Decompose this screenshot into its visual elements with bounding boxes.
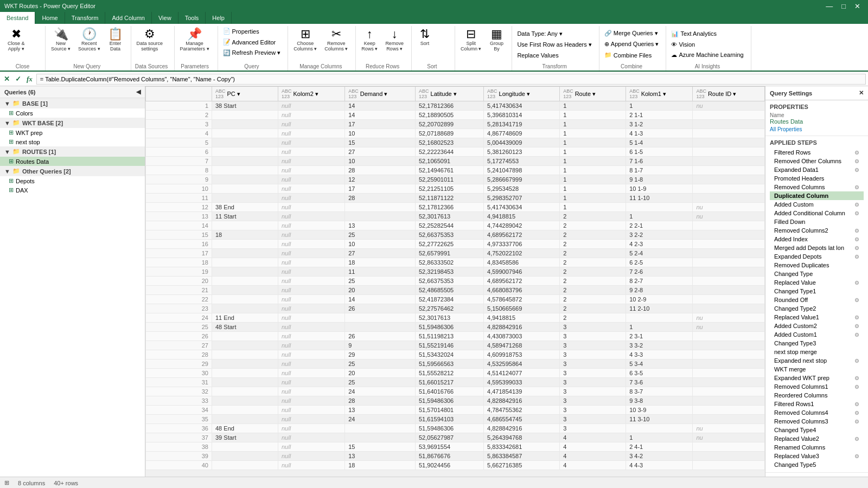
step-item[interactable]: Added Conditional Column⚙ [770,209,864,217]
step-item[interactable]: Expanded WKT prep⚙ [770,374,864,382]
table-row[interactable]: 34null1351,570148014,784755362310 3-9 [146,406,765,415]
step-item[interactable]: Duplicated Column [770,191,864,200]
table-row[interactable]: 1311 Startnull52,30176134,941881521nu [146,212,765,221]
step-gear-icon[interactable]: ⚙ [854,314,859,320]
data-type-button[interactable]: Data Type: Any ▾ [514,29,565,39]
step-gear-icon[interactable]: ⚙ [854,436,859,442]
table-row[interactable]: 3null1752,207028995,28134171913 1-2 [146,120,765,129]
step-gear-icon[interactable]: ⚙ [854,245,859,251]
sidebar-group-base[interactable]: ▼ 📁 BASE [1] [0,98,145,108]
step-gear-icon[interactable]: ⚙ [854,158,859,164]
formula-input[interactable] [36,74,866,85]
split-column-button[interactable]: ⊟ SplitColumn ▾ [457,26,485,54]
table-row[interactable]: 1238 Endnull52,178123665,4174306341nu [146,203,765,212]
step-item[interactable]: Merged add Depots lat lon⚙ [770,243,864,252]
step-gear-icon[interactable]: ⚙ [854,236,859,242]
tab-bestand[interactable]: Bestand [0,12,35,24]
new-source-button[interactable]: 🔌 NewSource ▾ [48,26,74,54]
step-gear-icon[interactable]: ⚙ [854,297,859,303]
table-row[interactable]: 14null1352,252825444,74428904222 2-1 [146,221,765,230]
replace-values-button[interactable]: Replace Values [514,50,561,60]
formula-fx-icon[interactable]: fx [25,75,34,84]
step-gear-icon[interactable]: ⚙ [854,202,859,208]
step-item[interactable]: Replaced Value⚙ [770,278,864,287]
step-item[interactable]: Removed Columns1⚙ [770,382,864,391]
step-gear-icon[interactable]: ⚙ [854,332,859,338]
step-item[interactable]: Changed Type1 [770,287,864,296]
table-row[interactable]: 9null1252,259010115,28666799919 1-8 [146,175,765,184]
step-item[interactable]: Expanded Depots⚙ [770,252,864,261]
table-row[interactable]: 5null1552,168025235,00443900915 1-4 [146,138,765,147]
table-row[interactable]: 40null1851,90244565,66271638544 4-3 [146,461,765,470]
step-gear-icon[interactable]: ⚙ [854,401,859,407]
keep-rows-button[interactable]: ↑ KeepRows ▾ [358,26,381,54]
col-header-route-id[interactable]: ABC123 Route ID ▾ [693,87,765,101]
merge-queries-button[interactable]: 🔗Merge Queries ▾ [602,28,661,38]
col-header-kolom1[interactable]: ABC123 Kolom1 ▾ [626,87,693,101]
formula-cancel-icon[interactable]: ✕ [2,75,11,83]
step-item[interactable]: Removed Columns2⚙ [770,226,864,235]
table-row[interactable]: 2411 Endnull52,30176134,94188152nu [146,313,765,323]
step-item[interactable]: Changed Type [770,269,864,278]
table-row[interactable]: 33null2851,594863064,82884291639 3-8 [146,396,765,406]
step-gear-icon[interactable]: ⚙ [854,384,859,390]
minimize-button[interactable]: — [822,2,836,10]
tab-tools[interactable]: Tools [178,12,206,24]
manage-parameters-button[interactable]: 📌 ManageParameters ▾ [177,26,213,54]
col-header-latitude[interactable]: ABC123 Latitude ▾ [416,87,484,101]
step-item[interactable]: Replaced Value2⚙ [770,434,864,443]
table-row[interactable]: 16null1052,277226254,97333770624 2-3 [146,240,765,249]
step-item[interactable]: Added Index⚙ [770,235,864,243]
step-item[interactable]: Reordered Columns [770,391,864,400]
step-item[interactable]: Changed Type3 [770,339,864,348]
step-gear-icon[interactable]: ⚙ [854,150,859,156]
table-row[interactable]: 4null1052,071886894,86774860914 1-3 [146,129,765,138]
step-item[interactable]: Expanded next stop⚙ [770,356,864,365]
step-item[interactable]: WKT merge [770,365,864,374]
table-row[interactable]: 3739 Startnull52,056279875,26439476841nu [146,433,765,442]
step-item[interactable]: Filtered Rows⚙ [770,148,864,157]
refresh-preview-button[interactable]: 🔄Refresh Preview ▾ [220,48,284,58]
step-gear-icon[interactable]: ⚙ [854,228,859,234]
table-row[interactable]: 1518null2552,663753534,68956217223 2-2 [146,230,765,240]
step-item[interactable]: Added Custom2⚙ [770,322,864,330]
table-row[interactable]: 3648 Endnull51,594863064,8288429163nu [146,424,765,433]
col-header-pc[interactable]: ABC123 PC ▾ [212,87,278,101]
step-gear-icon[interactable]: ⚙ [854,210,859,216]
col-header-route[interactable]: ABC123 Route ▾ [560,87,626,101]
sidebar-group-routes[interactable]: ▼ 📁 ROUTES [1] [0,146,145,157]
group-by-button[interactable]: ▦ GroupBy [486,26,507,54]
step-gear-icon[interactable]: ⚙ [854,453,859,459]
table-row[interactable]: 31null2551,660152174,59539903337 3-6 [146,378,765,387]
step-gear-icon[interactable]: ⚙ [854,419,859,425]
step-item[interactable]: Changed Type2 [770,304,864,313]
col-header-longitude[interactable]: ABC123 Longitude ▾ [484,87,560,101]
sidebar-group-wkt-base[interactable]: ▼ 📁 WKT BASE [2] [0,118,145,128]
step-gear-icon[interactable]: ⚙ [854,184,859,190]
table-row[interactable]: 11null2852,118711225,298352707111 1-10 [146,194,765,203]
table-row[interactable]: 6null2752,222236445,38126012316 1-5 [146,147,765,157]
step-item[interactable]: Replaced Value1⚙ [770,313,864,322]
sidebar-item-colors[interactable]: ⊞ Colors [0,108,145,118]
close-apply-button[interactable]: ✖ Close &Apply ▾ [4,26,28,54]
step-gear-icon[interactable]: ⚙ [854,323,859,329]
tab-help[interactable]: Help [206,12,232,24]
table-row[interactable]: 38null1553,96915545,83334268142 4-1 [146,442,765,452]
table-row[interactable]: 29null2551,595665634,53259586435 3-4 [146,359,765,369]
table-row[interactable]: 2null1452,188905055,39681031412 1-1 [146,111,765,120]
append-queries-button[interactable]: ⊕Append Queries ▾ [602,39,662,49]
sidebar-item-wkt-prep[interactable]: ⊞ WKT prep [0,128,145,137]
step-item[interactable]: Rounded Off⚙ [770,296,864,304]
first-row-header-button[interactable]: Use First Row as Headers ▾ [514,40,594,50]
sidebar-item-routes-data[interactable]: ⊞ Routes Data [0,157,145,166]
sort-button[interactable]: ⇅ Sort [414,26,436,48]
step-gear-icon[interactable]: ⚙ [854,280,859,286]
vision-button[interactable]: 👁Vision [668,40,698,49]
tab-view[interactable]: View [152,12,178,24]
text-analytics-button[interactable]: 📊Text Analytics [668,29,719,39]
table-row[interactable]: 10null1752,212511055,29534528110 1-9 [146,184,765,194]
azure-ml-button[interactable]: ☁Azure Machine Learning [668,50,746,60]
table-row[interactable]: 39null1351,86766765,86338458743 4-2 [146,452,765,461]
table-row[interactable]: 20null2552,663753534,68956217228 2-7 [146,277,765,286]
step-item[interactable]: Removed Columns⚙ [770,183,864,191]
